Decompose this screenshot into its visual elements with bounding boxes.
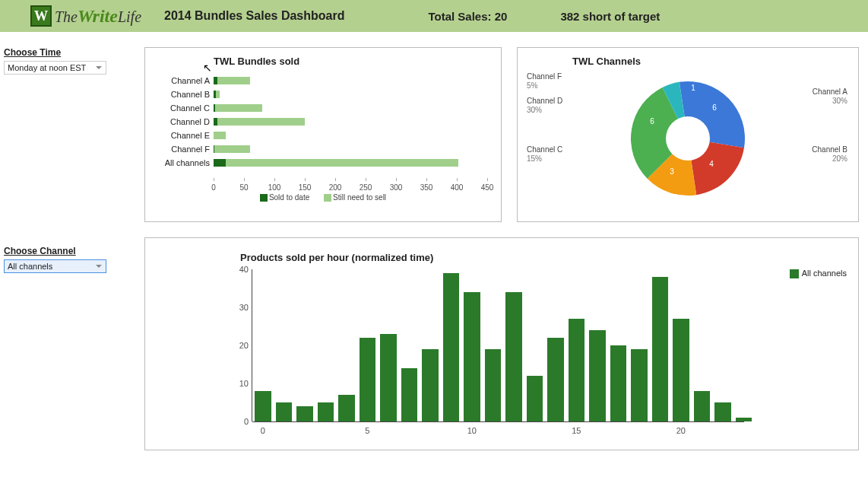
logo-write: Write	[78, 6, 118, 26]
hbar-row: Channel C	[214, 103, 486, 113]
col-bar	[422, 349, 439, 421]
hbar-row: Channel B	[214, 90, 486, 99]
logo-mark-icon: W	[30, 5, 52, 27]
legend-swatch-sold-icon	[260, 194, 268, 202]
bundles-sold-chart: Channel AChannel BChannel CChannel DChan…	[214, 72, 486, 193]
hourly-legend: All channels	[790, 269, 847, 278]
col-ytick-label: 0	[230, 417, 249, 426]
col-bar	[401, 368, 418, 421]
donut-label-b: Channel B 20%	[812, 145, 847, 164]
col-bar	[631, 349, 648, 421]
col-bar	[714, 402, 731, 421]
donut-label-f: Channel F 5%	[527, 72, 562, 91]
hbar-xtick: 250	[360, 183, 372, 192]
hbar-xtick-line	[366, 178, 366, 181]
hourly-panel: Products sold per hour (normalized time)…	[144, 237, 859, 450]
col-bar	[694, 391, 711, 421]
hbar-xtick-line	[305, 178, 306, 181]
logo-life: Life	[118, 8, 141, 25]
hbar-row: Channel E	[214, 131, 486, 140]
hbar-xtick-line	[487, 178, 488, 181]
hbar-xtick: 100	[268, 183, 281, 192]
choose-channel-value: All channels	[8, 262, 52, 271]
hbar-category-label: Channel D	[157, 117, 210, 126]
col-bar	[527, 376, 543, 421]
donut-val-a: 6	[709, 103, 720, 112]
hbar-category-label: Channel C	[157, 103, 210, 113]
col-bar	[652, 277, 669, 421]
hbar-xtick-line	[396, 178, 397, 181]
choose-time-value: Monday at noon EST	[8, 63, 86, 72]
hbar-seg-need	[216, 91, 220, 98]
choose-channel-select[interactable]: All channels	[4, 259, 106, 273]
hbar-category-label: Channel F	[157, 145, 210, 154]
donut-label-a: Channel A 30%	[813, 87, 847, 106]
hbar-xtick: 150	[299, 183, 312, 192]
hbar-xtick: 200	[329, 183, 342, 192]
col-bar	[360, 338, 376, 421]
col-xtick-label: 20	[676, 426, 686, 435]
col-bar	[443, 273, 460, 421]
hbar-row: All channels	[214, 158, 486, 167]
col-bar	[485, 349, 502, 421]
filter-sidebar: Choose Time Monday at noon EST Choose Ch…	[4, 47, 129, 450]
hbar-xtick-line	[335, 178, 336, 181]
hbar-xtick: 300	[390, 183, 403, 192]
hbar-xtick-line	[426, 178, 427, 181]
hbar-seg-need	[217, 77, 250, 84]
hbar-seg-need	[217, 118, 305, 126]
hbar-category-label: All channels	[157, 158, 210, 167]
hbar-xtick: 350	[420, 183, 433, 192]
channels-donut-chart: 6 4 3 6 1	[619, 70, 756, 207]
hbar-seg-need	[215, 104, 262, 112]
donut-label-c: Channel C 15%	[527, 145, 562, 164]
hbar-xtick-line	[274, 178, 275, 181]
hbar-xtick: 0	[211, 183, 216, 192]
header-bar: W TheWriteLife 2014 Bundles Sales Dashbo…	[0, 0, 868, 32]
bundles-sold-legend: Sold to date Still need to sell	[153, 193, 493, 202]
choose-channel-label: Choose Channel	[4, 246, 129, 256]
col-bar	[276, 402, 293, 421]
hbar-row: Channel A	[214, 76, 486, 85]
hbar-xtick-line	[457, 178, 458, 181]
choose-time-select[interactable]: Monday at noon EST	[4, 61, 106, 75]
choose-time-label: Choose Time	[4, 47, 129, 58]
total-sales-stat: Total Sales: 20	[428, 10, 507, 23]
bundles-sold-panel: TWL Bundles sold ↖ Channel AChannel BCha…	[144, 47, 502, 222]
donut-val-c: 3	[667, 167, 677, 176]
col-bar	[569, 319, 585, 421]
col-bar	[589, 330, 606, 421]
col-ytick-label: 20	[230, 341, 249, 350]
col-xtick-label: 5	[365, 426, 369, 435]
hbar-row: Channel D	[214, 117, 486, 126]
short-of-target-stat: 382 short of target	[560, 10, 660, 23]
donut-label-d: Channel D 30%	[527, 97, 562, 115]
logo-text: TheWriteLife	[55, 6, 141, 27]
col-bar	[380, 334, 397, 421]
col-xtick-label: 15	[572, 426, 581, 435]
legend-sold-label: Sold to date	[269, 193, 309, 202]
hbar-category-label: Channel B	[157, 90, 210, 99]
bundles-sold-title: TWL Bundles sold	[214, 56, 493, 67]
col-bar	[547, 338, 564, 421]
col-bar	[505, 292, 522, 421]
logo: W TheWriteLife	[30, 5, 141, 27]
cursor-arrow-icon: ↖	[203, 62, 212, 74]
col-baseline	[252, 421, 744, 422]
hourly-chart: 01020304005101520	[252, 269, 744, 421]
donut-hole	[666, 116, 710, 161]
legend-need-label: Still need to sell	[333, 193, 386, 202]
col-bar	[610, 345, 627, 421]
hourly-title: Products sold per hour (normalized time)	[240, 252, 851, 263]
hbar-category-label: Channel E	[157, 131, 210, 140]
channels-panel: TWL Channels 6 4 3 6 1 Channel A 30%	[517, 47, 859, 222]
hourly-legend-label: All channels	[802, 269, 847, 278]
hbar-seg-need	[214, 132, 226, 139]
bundles-sold-x-axis: 050100150200250300350400450	[214, 178, 478, 193]
col-bar	[255, 391, 271, 421]
col-xtick-label: 10	[467, 426, 477, 435]
page-title: 2014 Bundles Sales Dashboard	[164, 9, 344, 23]
col-ytick-label: 30	[230, 303, 249, 312]
hbar-xtick-line	[244, 178, 245, 181]
hbar-seg-sold	[214, 159, 226, 167]
